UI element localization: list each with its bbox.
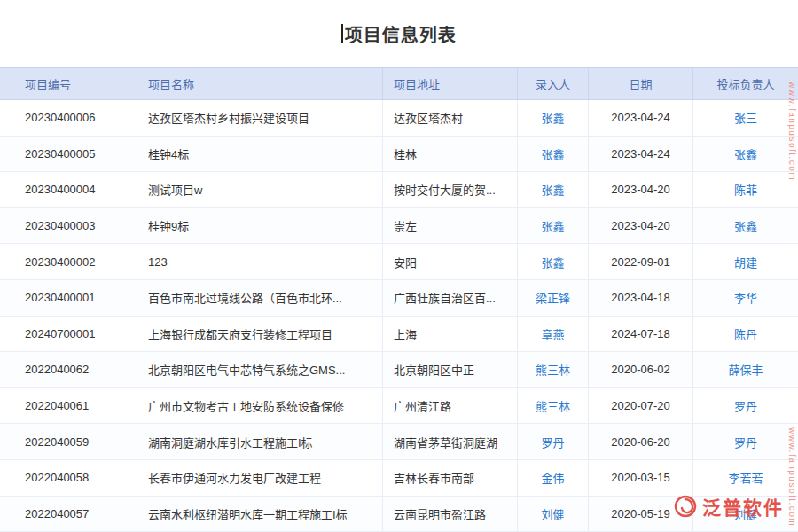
- table-row: 2022040059湖南洞庭湖水库引水工程施工I标湖南省茅草街洞庭湖罗丹2020…: [0, 424, 798, 460]
- cell-entry[interactable]: 熊三林: [518, 388, 589, 424]
- cell-name: 云南水利枢纽潜明水库一期工程施工I标: [137, 497, 383, 532]
- table-header-row: 项目编号项目名称项目地址录入人日期投标负责人: [0, 67, 798, 100]
- cell-id: 20230400005: [0, 137, 137, 172]
- column-header-address: 项目地址: [383, 68, 518, 99]
- cell-address: 上海: [383, 317, 518, 352]
- cell-manager[interactable]: 张三: [693, 100, 798, 136]
- cell-id: 2022040058: [0, 460, 137, 496]
- table-row: 20230400001百色市南北过境线公路（百色市北环...广西壮族自治区百..…: [0, 280, 798, 317]
- cell-id: 20240700001: [0, 317, 137, 352]
- cell-id: 2022040057: [0, 497, 137, 532]
- cell-manager[interactable]: 刘健: [693, 497, 798, 532]
- cell-id: 20230400002: [0, 244, 137, 279]
- cell-name: 达孜区塔杰村乡村振兴建设项目: [137, 100, 383, 136]
- cell-address: 吉林长春市南部: [383, 460, 518, 496]
- cell-name: 长春市伊通河水力发电厂改建工程: [137, 460, 383, 496]
- cell-date: 2022-09-01: [589, 244, 693, 279]
- cell-entry[interactable]: 张鑫: [518, 137, 589, 172]
- cell-entry[interactable]: 张鑫: [518, 172, 589, 207]
- cell-manager[interactable]: 罗丹: [693, 424, 798, 459]
- cell-date: 2023-04-18: [589, 280, 693, 316]
- cell-manager[interactable]: 罗丹: [693, 388, 798, 424]
- cell-address: 按时交付大厦的贺...: [383, 172, 518, 207]
- cell-name: 上海银行成都天府支行装修工程项目: [137, 317, 383, 352]
- table-body: 20230400006达孜区塔杰村乡村振兴建设项目达孜区塔杰村张鑫2023-04…: [0, 100, 798, 532]
- table-row: 2022040058长春市伊通河水力发电厂改建工程吉林长春市南部金伟2020-0…: [0, 460, 798, 497]
- cell-id: 20230400004: [0, 172, 137, 207]
- cell-name: 百色市南北过境线公路（百色市北环...: [137, 280, 383, 316]
- cell-entry[interactable]: 章燕: [518, 317, 589, 352]
- cell-address: 广西壮族自治区百...: [383, 280, 518, 316]
- cell-date: 2024-07-18: [589, 317, 693, 352]
- cell-name: 桂钟4标: [137, 137, 383, 172]
- cell-date: 2023-04-20: [589, 208, 693, 244]
- column-header-entry: 录入人: [518, 68, 589, 99]
- cell-id: 2022040061: [0, 388, 137, 424]
- page: 项目信息列表 项目编号项目名称项目地址录入人日期投标负责人 2023040000…: [0, 0, 798, 532]
- cell-date: 2020-05-19: [589, 497, 693, 532]
- cell-date: 2020-06-20: [589, 424, 693, 459]
- table-row: 20240700001上海银行成都天府支行装修工程项目上海章燕2024-07-1…: [0, 317, 798, 353]
- cell-entry[interactable]: 张鑫: [518, 100, 589, 136]
- cell-manager[interactable]: 张鑫: [693, 137, 798, 172]
- cell-date: 2023-04-24: [589, 137, 693, 172]
- project-table: 项目编号项目名称项目地址录入人日期投标负责人 20230400006达孜区塔杰村…: [0, 67, 798, 532]
- table-row: 20230400006达孜区塔杰村乡村振兴建设项目达孜区塔杰村张鑫2023-04…: [0, 100, 798, 137]
- cell-address: 桂林: [383, 137, 518, 172]
- cell-entry[interactable]: 罗丹: [518, 424, 589, 459]
- cell-name: 123: [137, 244, 383, 279]
- cell-manager[interactable]: 李华: [693, 280, 798, 316]
- page-title: 项目信息列表: [345, 21, 457, 47]
- cell-manager[interactable]: 陈菲: [693, 172, 798, 207]
- cell-id: 20230400001: [0, 280, 137, 316]
- table-row: 2022040062北京朝阳区电气中芯特气系统之GMS...北京朝阳区中正熊三林…: [0, 352, 798, 388]
- cell-name: 广州市文物考古工地安防系统设备保修: [137, 388, 383, 424]
- cell-manager[interactable]: 李若若: [693, 460, 798, 496]
- table-row: 20230400005桂钟4标桂林张鑫2023-04-24张鑫: [0, 137, 798, 173]
- cell-date: 2020-06-02: [589, 352, 693, 387]
- cell-entry[interactable]: 熊三林: [518, 352, 589, 387]
- column-header-date: 日期: [589, 68, 693, 99]
- cell-address: 云南昆明市盈江路: [383, 497, 518, 532]
- table-row: 2022040061广州市文物考古工地安防系统设备保修广州清江路熊三林2020-…: [0, 388, 798, 425]
- cell-id: 20230400006: [0, 100, 137, 136]
- cell-entry[interactable]: 刘健: [518, 497, 589, 532]
- cell-date: 2020-07-20: [589, 388, 693, 424]
- cell-date: 2020-03-15: [589, 460, 693, 496]
- column-header-manager: 投标负责人: [693, 68, 798, 99]
- cell-date: 2023-04-20: [589, 172, 693, 207]
- cell-address: 湖南省茅草街洞庭湖: [383, 424, 518, 459]
- cell-manager[interactable]: 胡建: [693, 244, 798, 279]
- cell-entry[interactable]: 张鑫: [518, 208, 589, 244]
- text-cursor: [341, 24, 343, 43]
- cell-name: 北京朝阳区电气中芯特气系统之GMS...: [137, 352, 383, 387]
- cell-name: 测试项目w: [137, 172, 383, 207]
- cell-id: 20230400003: [0, 208, 137, 244]
- cell-name: 湖南洞庭湖水库引水工程施工I标: [137, 424, 383, 459]
- cell-name: 桂钟9标: [137, 208, 383, 244]
- cell-address: 安阳: [383, 244, 518, 279]
- table-row: 20230400002123安阳张鑫2022-09-01胡建: [0, 244, 798, 280]
- cell-id: 2022040059: [0, 424, 137, 459]
- cell-address: 广州清江路: [383, 388, 518, 424]
- cell-entry[interactable]: 梁正锋: [518, 280, 589, 316]
- cell-entry[interactable]: 张鑫: [518, 244, 589, 279]
- cell-address: 崇左: [383, 208, 518, 244]
- cell-address: 达孜区塔杰村: [383, 100, 518, 136]
- cell-entry[interactable]: 金伟: [518, 460, 589, 496]
- cell-address: 北京朝阳区中正: [383, 352, 518, 387]
- table-row: 2022040057云南水利枢纽潜明水库一期工程施工I标云南昆明市盈江路刘健20…: [0, 497, 798, 532]
- column-header-name: 项目名称: [137, 68, 383, 99]
- cell-id: 2022040062: [0, 352, 137, 387]
- table-row: 20230400004测试项目w按时交付大厦的贺...张鑫2023-04-20陈…: [0, 172, 798, 208]
- cell-manager[interactable]: 陈丹: [693, 317, 798, 352]
- cell-manager[interactable]: 张鑫: [693, 208, 798, 244]
- title-bar: 项目信息列表: [0, 0, 798, 67]
- table-row: 20230400003桂钟9标崇左张鑫2023-04-20张鑫: [0, 208, 798, 245]
- cell-date: 2023-04-24: [589, 100, 693, 136]
- column-header-id: 项目编号: [0, 68, 137, 99]
- cell-manager[interactable]: 薛保丰: [693, 352, 798, 387]
